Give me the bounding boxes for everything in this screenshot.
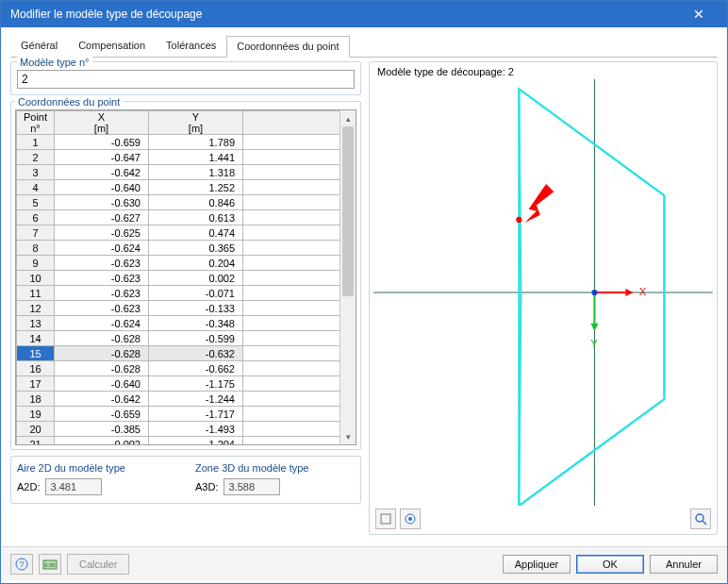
window-title: Modifier le modèle type de découpage [10, 8, 680, 21]
axis-y-label: Y [590, 338, 598, 349]
svg-marker-5 [590, 324, 598, 331]
area-3d-label: Zone 3D du modèle type [195, 462, 355, 474]
table-row[interactable]: 9-0.6230.204 [17, 256, 356, 271]
scroll-handle[interactable] [342, 126, 354, 296]
table-row[interactable]: 11-0.623-0.071 [17, 286, 356, 301]
coords-table-wrap: Pointn° X[m] Y[m] 1-0.6591.7892-0.6471.4… [15, 109, 356, 445]
svg-text:0.00: 0.00 [44, 562, 56, 568]
scroll-down-icon[interactable]: ▾ [340, 428, 356, 444]
table-row[interactable]: 21-0.002-1.204 [17, 437, 356, 446]
table-row[interactable]: 18-0.642-1.244 [17, 392, 356, 407]
tab-compensation[interactable]: Compensation [68, 35, 156, 57]
area-3d-prefix: A3D: [195, 481, 218, 492]
area-3d-value: 3.588 [223, 478, 280, 495]
svg-line-10 [703, 521, 706, 525]
table-row[interactable]: 16-0.628-0.662 [17, 361, 356, 376]
preview-title: Modèle type de découpage: 2 [377, 66, 514, 77]
table-row[interactable]: 17-0.640-1.175 [17, 376, 356, 392]
selected-point-marker [516, 217, 521, 223]
help-icon[interactable]: ? [10, 554, 33, 575]
toolbar-btn-3[interactable] [690, 509, 711, 529]
coords-group-label: Coordonnées du point [15, 96, 123, 108]
shape-polygon [519, 89, 664, 506]
areas-group: Aire 2D du modèle type A2D: 3.481 Zone 3… [10, 456, 361, 504]
table-row[interactable]: 13-0.624-0.348 [17, 316, 356, 331]
footer-bar: ? 0.00 Calculer Appliquer OK Annuler [1, 546, 727, 580]
tab-general[interactable]: Général [10, 35, 68, 57]
calculate-button[interactable]: Calculer [67, 554, 129, 575]
tab-bar: Général Compensation Tolérances Coordonn… [10, 35, 718, 58]
toolbar-btn-2[interactable] [400, 509, 421, 529]
ok-button[interactable]: OK [576, 555, 644, 574]
table-row[interactable]: 3-0.6421.318 [17, 165, 356, 180]
area-2d-value: 3.481 [45, 478, 102, 495]
pointer-arrow-icon [524, 184, 554, 223]
tab-tolerances[interactable]: Tolérances [156, 35, 226, 57]
table-row[interactable]: 5-0.6300.846 [17, 195, 356, 210]
table-row[interactable]: 15-0.628-0.632 [17, 346, 356, 361]
area-2d-prefix: A2D: [17, 481, 40, 492]
svg-point-9 [696, 514, 703, 522]
table-row[interactable]: 6-0.6270.613 [17, 210, 356, 225]
col-x: X[m] [55, 111, 149, 135]
model-number-label: Modèle type n° [17, 57, 92, 68]
toolbar-btn-1[interactable] [375, 509, 396, 529]
table-row[interactable]: 7-0.6250.474 [17, 225, 356, 241]
svg-marker-3 [625, 289, 633, 296]
table-row[interactable]: 14-0.628-0.599 [17, 331, 356, 346]
vertical-scrollbar[interactable]: ▴ ▾ [339, 110, 356, 444]
table-row[interactable]: 19-0.659-1.717 [17, 407, 356, 422]
col-blank [243, 111, 356, 135]
units-icon[interactable]: 0.00 [39, 554, 61, 575]
area-2d-label: Aire 2D du modèle type [17, 462, 176, 474]
preview-panel: Modèle type de découpage: 2 X [369, 61, 718, 535]
model-number-input[interactable] [17, 70, 355, 89]
axis-x-label: X [639, 286, 647, 297]
svg-rect-6 [381, 514, 390, 524]
origin-point [591, 290, 597, 295]
coords-table[interactable]: Pointn° X[m] Y[m] 1-0.6591.7892-0.6471.4… [16, 110, 356, 445]
preview-toolbar [375, 508, 711, 530]
cancel-button[interactable]: Annuler [650, 555, 718, 574]
table-row[interactable]: 2-0.6471.441 [17, 150, 356, 165]
svg-text:?: ? [20, 559, 25, 569]
col-point: Pointn° [17, 111, 55, 135]
preview-canvas: X Y [373, 79, 713, 506]
table-row[interactable]: 12-0.623-0.133 [17, 301, 356, 316]
table-row[interactable]: 1-0.6591.789 [17, 135, 356, 150]
svg-point-8 [408, 517, 412, 521]
table-row[interactable]: 8-0.6240.365 [17, 241, 356, 256]
col-y: Y[m] [149, 111, 243, 135]
apply-button[interactable]: Appliquer [503, 555, 571, 574]
tab-coords[interactable]: Coordonnées du point [226, 36, 349, 58]
coords-group: Coordonnées du point Pointn° X[m] Y[m] [10, 101, 361, 450]
table-row[interactable]: 4-0.6401.252 [17, 180, 356, 195]
model-number-group: Modèle type n° [10, 61, 361, 95]
scroll-up-icon[interactable]: ▴ [340, 110, 356, 126]
table-row[interactable]: 20-0.385-1.493 [17, 422, 356, 437]
table-row[interactable]: 10-0.6230.002 [17, 271, 356, 286]
close-icon[interactable]: ✕ [680, 1, 718, 27]
titlebar: Modifier le modèle type de découpage ✕ [1, 1, 727, 27]
